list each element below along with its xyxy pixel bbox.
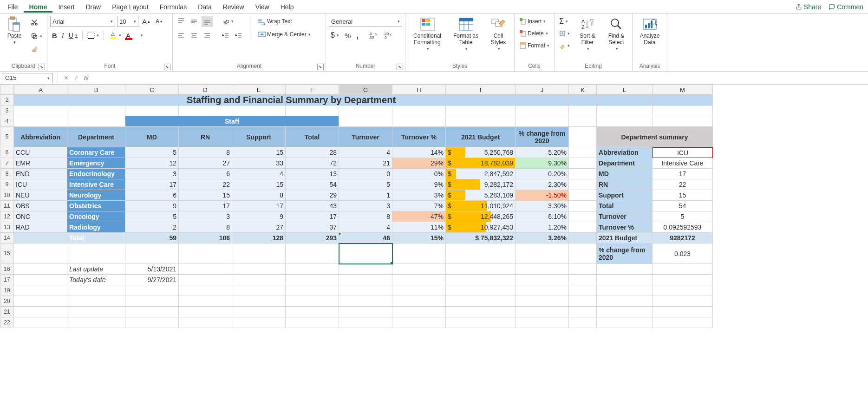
cell[interactable]	[339, 116, 392, 127]
cell[interactable]: $10,927,453	[446, 222, 516, 233]
fx-button[interactable]: fx	[81, 73, 91, 83]
cell[interactable]: 9.30%	[516, 158, 569, 169]
cell[interactable]	[569, 211, 597, 222]
cell[interactable]: $5,283,109	[446, 190, 516, 201]
cell[interactable]: RN	[179, 127, 232, 147]
cell[interactable]: Intensive Care	[67, 179, 125, 190]
cell[interactable]: Total	[597, 201, 653, 211]
cell[interactable]: 37	[286, 222, 339, 233]
cell[interactable]: % change from 2020	[597, 244, 653, 264]
cell[interactable]	[569, 296, 597, 307]
cell[interactable]	[597, 95, 653, 105]
cell[interactable]	[446, 244, 516, 264]
cell[interactable]	[14, 296, 67, 307]
cell[interactable]: 9282172	[653, 233, 713, 244]
cell[interactable]	[516, 244, 569, 264]
cell[interactable]: OBS	[14, 201, 67, 211]
cell[interactable]: Last update	[67, 264, 125, 275]
cell[interactable]	[516, 285, 569, 296]
cell[interactable]: 21	[339, 158, 392, 169]
cell[interactable]: Turnover %	[597, 222, 653, 233]
cell[interactable]	[653, 307, 713, 317]
cell[interactable]: $11,010,924	[446, 201, 516, 211]
row-header-12[interactable]: 12	[0, 211, 14, 222]
cell[interactable]: 3	[179, 211, 232, 222]
clipboard-launcher[interactable]: ⬊	[39, 64, 45, 70]
cell[interactable]	[232, 317, 286, 328]
cell[interactable]	[569, 95, 597, 105]
cell[interactable]: 12	[125, 158, 179, 169]
number-launcher[interactable]: ⬊	[397, 64, 403, 70]
currency-button[interactable]: $	[329, 30, 341, 41]
cell[interactable]: MD	[125, 127, 179, 147]
cell[interactable]	[569, 158, 597, 169]
cell[interactable]: 6	[125, 190, 179, 201]
col-header-I[interactable]: I	[446, 85, 516, 95]
autosum-button[interactable]: Σ	[557, 16, 572, 27]
cell[interactable]: Endocrinology	[67, 169, 125, 179]
cell[interactable]: 2.30%	[516, 179, 569, 190]
cell[interactable]	[286, 244, 339, 264]
cell[interactable]	[516, 264, 569, 275]
cell[interactable]	[179, 296, 232, 307]
cell[interactable]	[232, 285, 286, 296]
cell[interactable]	[597, 116, 653, 127]
cell[interactable]: 46	[339, 233, 392, 244]
format-painter-button[interactable]	[29, 45, 44, 56]
increase-decimal-button[interactable]: .0.00	[367, 30, 380, 41]
select-all-corner[interactable]	[0, 85, 14, 95]
cell[interactable]: 8	[232, 190, 286, 201]
cell[interactable]: 3.26%	[516, 233, 569, 244]
cell[interactable]	[569, 317, 597, 328]
cell[interactable]	[14, 264, 67, 275]
cell[interactable]: EMR	[14, 158, 67, 169]
cell[interactable]	[67, 307, 125, 317]
cancel-formula-button[interactable]: ✕	[61, 73, 71, 83]
cell[interactable]: Staff	[125, 116, 339, 127]
cell[interactable]	[339, 105, 392, 116]
cell[interactable]: 11%	[392, 222, 446, 233]
cell[interactable]: 9%	[392, 179, 446, 190]
align-top-button[interactable]	[176, 16, 187, 27]
menu-tab-home[interactable]: Home	[24, 1, 53, 13]
cell[interactable]: RAD	[14, 222, 67, 233]
cell[interactable]	[232, 296, 286, 307]
cell[interactable]: Coronary Care	[67, 147, 125, 158]
cell[interactable]: 17	[286, 211, 339, 222]
cell[interactable]	[14, 275, 67, 285]
row-header-20[interactable]: 20	[0, 296, 14, 307]
increase-indent-button[interactable]	[233, 30, 244, 41]
increase-font-button[interactable]: A▴	[140, 16, 152, 27]
row-header-4[interactable]: 4	[0, 116, 14, 127]
cell[interactable]: Emergency	[67, 158, 125, 169]
cell[interactable]	[446, 105, 516, 116]
cell[interactable]: 293	[286, 233, 339, 244]
sort-filter-button[interactable]: AZSort & Filter	[574, 16, 600, 52]
col-header-E[interactable]: E	[232, 85, 286, 95]
cell[interactable]	[14, 285, 67, 296]
row-header-19[interactable]: 19	[0, 285, 14, 296]
cell[interactable]: 15	[232, 147, 286, 158]
cell[interactable]	[569, 201, 597, 211]
cell[interactable]	[14, 244, 67, 264]
cell[interactable]	[14, 307, 67, 317]
cell[interactable]	[446, 307, 516, 317]
col-header-A[interactable]: A	[14, 85, 67, 95]
row-header-2[interactable]: 2	[0, 95, 14, 105]
row-header-16[interactable]: 16	[0, 264, 14, 275]
cell[interactable]: 54	[653, 201, 713, 211]
cell[interactable]	[653, 317, 713, 328]
row-header-15[interactable]: 15	[0, 244, 14, 264]
fill-button[interactable]	[557, 28, 572, 39]
cell[interactable]	[516, 116, 569, 127]
col-header-L[interactable]: L	[597, 85, 653, 95]
align-right-button[interactable]	[202, 30, 213, 41]
cell[interactable]	[339, 244, 392, 264]
cell[interactable]: 14%	[392, 147, 446, 158]
menu-tab-draw[interactable]: Draw	[80, 1, 106, 13]
row-header-6[interactable]: 6	[0, 147, 14, 158]
row-header-7[interactable]: 7	[0, 158, 14, 169]
cell[interactable]	[516, 296, 569, 307]
find-select-button[interactable]: Find & Select	[603, 16, 629, 52]
formula-input[interactable]	[91, 73, 868, 83]
